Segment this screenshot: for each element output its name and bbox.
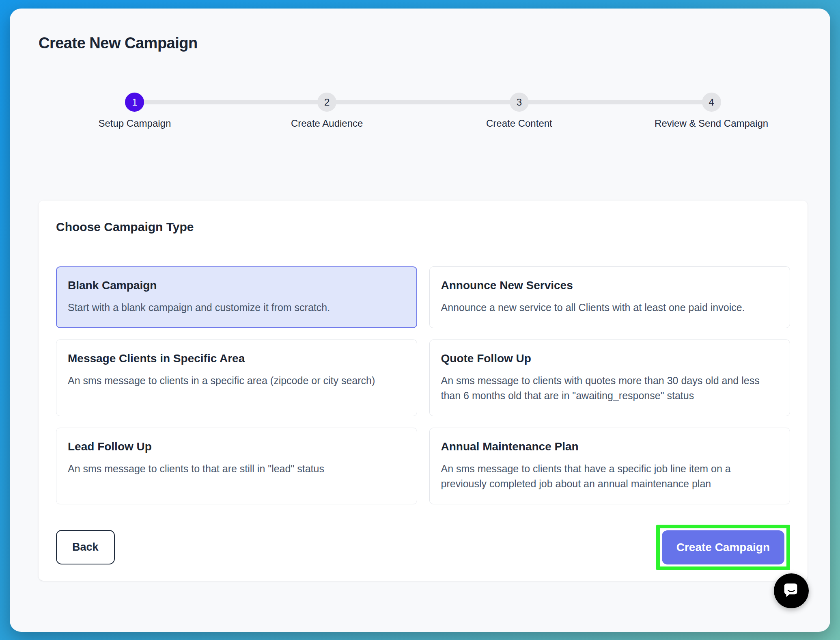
step-review-send: 4 Review & Send Campaign	[615, 93, 808, 129]
option-announce-new-services[interactable]: Announce New Services Announce a new ser…	[429, 266, 790, 328]
campaign-options-grid: Blank Campaign Start with a blank campai…	[56, 266, 790, 504]
option-title: Quote Follow Up	[441, 352, 779, 365]
back-button[interactable]: Back	[56, 530, 115, 564]
section-divider	[39, 165, 808, 165]
option-description: An sms message to clients in a specific …	[68, 373, 405, 389]
option-title: Lead Follow Up	[68, 440, 405, 453]
option-quote-follow-up[interactable]: Quote Follow Up An sms message to client…	[429, 339, 790, 416]
option-description: Announce a new service to all Clients wi…	[441, 300, 779, 316]
chat-widget-button[interactable]	[774, 573, 809, 608]
option-blank-campaign[interactable]: Blank Campaign Start with a blank campai…	[56, 266, 417, 328]
step-setup-campaign: 1 Setup Campaign	[39, 93, 231, 129]
create-campaign-button[interactable]: Create Campaign	[662, 530, 784, 564]
option-lead-follow-up[interactable]: Lead Follow Up An sms message to clients…	[56, 428, 417, 504]
chat-bubble-icon	[782, 580, 801, 601]
page-title: Create New Campaign	[39, 35, 808, 52]
step-4-circle: 4	[702, 93, 721, 112]
option-description: An sms message to clients with quotes mo…	[441, 373, 779, 404]
option-annual-maintenance-plan[interactable]: Annual Maintenance Plan An sms message t…	[429, 428, 790, 504]
option-description: An sms message to clients that have a sp…	[441, 461, 779, 492]
section-heading: Choose Campaign Type	[56, 220, 790, 234]
option-title: Annual Maintenance Plan	[441, 440, 779, 453]
campaign-type-card: Choose Campaign Type Blank Campaign Star…	[39, 201, 808, 581]
option-title: Announce New Services	[441, 279, 779, 292]
wizard-stepper: 1 Setup Campaign 2 Create Audience 3 Cre…	[39, 93, 808, 129]
step-create-content: 3 Create Content	[423, 93, 616, 129]
step-1-circle: 1	[125, 93, 144, 112]
highlight-annotation: Create Campaign	[656, 525, 790, 570]
step-3-circle: 3	[510, 93, 529, 112]
card-footer: Back Create Campaign	[56, 525, 790, 570]
step-1-label: Setup Campaign	[98, 118, 171, 129]
step-create-audience: 2 Create Audience	[231, 93, 423, 129]
option-title: Blank Campaign	[68, 279, 405, 292]
option-description: An sms message to clients to that are st…	[68, 461, 405, 477]
step-3-label: Create Content	[486, 118, 552, 129]
option-title: Message Clients in Specific Area	[68, 352, 405, 365]
option-message-clients-area[interactable]: Message Clients in Specific Area An sms …	[56, 339, 417, 416]
step-2-label: Create Audience	[291, 118, 363, 129]
main-panel: Create New Campaign 1 Setup Campaign 2 C…	[10, 9, 830, 632]
step-4-label: Review & Send Campaign	[655, 118, 768, 129]
step-2-circle: 2	[317, 93, 336, 112]
option-description: Start with a blank campaign and customiz…	[68, 300, 405, 316]
